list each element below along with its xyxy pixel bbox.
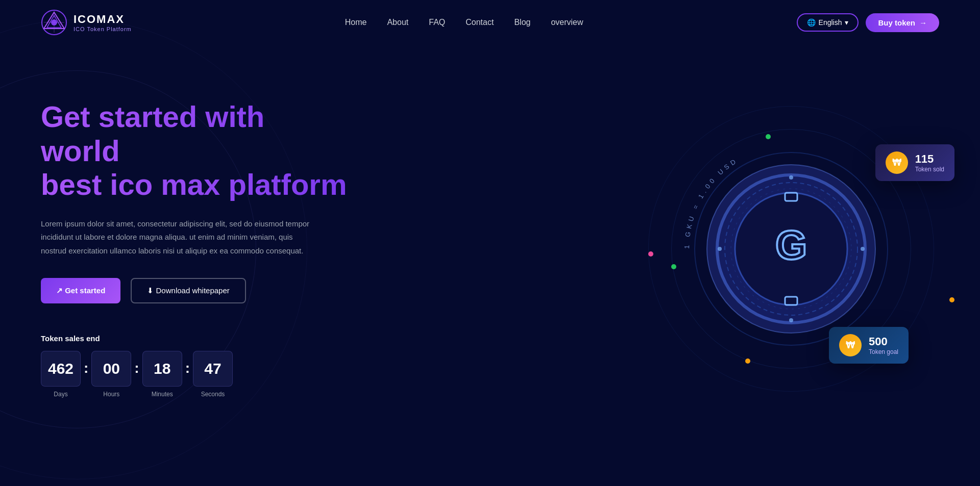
- hero-right: G 1 GKU = 1.00 USD ₩: [643, 83, 939, 415]
- token-goal-info: 500 Token goal: [869, 335, 898, 355]
- dot-yellow-right: [949, 297, 954, 302]
- buy-token-button[interactable]: Buy token →: [866, 13, 939, 32]
- hero-buttons: ↗ Get started ⬇ Download whitepaper: [41, 278, 347, 303]
- token-sold-info: 115 Token sold: [915, 152, 944, 173]
- days-label: Days: [54, 391, 67, 398]
- nav-blog[interactable]: Blog: [514, 18, 530, 27]
- get-started-button[interactable]: ↗ Get started: [41, 278, 120, 303]
- countdown-hours: 00 Hours: [91, 351, 131, 398]
- seconds-value: 47: [193, 351, 233, 387]
- language-button[interactable]: 🌐 English ▾: [797, 13, 859, 32]
- token-sold-icon: ₩: [886, 151, 908, 174]
- nav-home[interactable]: Home: [345, 18, 367, 27]
- dot-green-left: [671, 264, 676, 269]
- nav-overview[interactable]: overview: [551, 18, 583, 27]
- countdown-minutes: 18 Minutes: [142, 351, 182, 398]
- token-goal-card: ₩ 500 Token goal: [829, 327, 909, 364]
- countdown-section: Token sales end 462 Days : 00 Hours : 18…: [41, 334, 347, 398]
- dot-yellow-bottom: [745, 359, 750, 364]
- token-goal-label: Token goal: [869, 348, 898, 355]
- token-sold-label: Token sold: [915, 166, 944, 173]
- dot-green-top: [766, 134, 771, 139]
- countdown-days: 462 Days: [41, 351, 81, 398]
- logo-text: ICOMAX ICO Token Platform: [74, 13, 132, 32]
- nav-links: Home About FAQ Contact Blog overview: [345, 18, 583, 27]
- svg-text:1 GKU = 1.00 USD: 1 GKU = 1.00 USD: [683, 156, 740, 249]
- days-value: 462: [41, 351, 81, 387]
- countdown-label: Token sales end: [41, 334, 347, 343]
- chevron-down-icon: ▾: [845, 18, 848, 27]
- nav-right: 🌐 English ▾ Buy token →: [797, 13, 939, 32]
- brand-name: ICOMAX: [74, 13, 132, 26]
- dot-pink-left: [648, 251, 653, 257]
- buy-token-label: Buy token: [878, 18, 915, 27]
- minutes-value: 18: [142, 351, 182, 387]
- nav-about[interactable]: About: [387, 18, 408, 27]
- colon-2: :: [131, 360, 142, 376]
- colon-3: :: [182, 360, 193, 376]
- seconds-label: Seconds: [201, 391, 225, 398]
- logo[interactable]: ICOMAX ICO Token Platform: [41, 9, 132, 36]
- download-whitepaper-button[interactable]: ⬇ Download whitepaper: [131, 278, 246, 303]
- nav-faq[interactable]: FAQ: [429, 18, 445, 27]
- arrow-right-icon: →: [919, 18, 927, 27]
- token-goal-number: 500: [869, 335, 898, 348]
- nav-contact[interactable]: Contact: [465, 18, 494, 27]
- hero-section: Get started with world best ico max plat…: [0, 45, 980, 463]
- countdown-seconds: 47 Seconds: [193, 351, 233, 398]
- hours-value: 00: [91, 351, 131, 387]
- colon-1: :: [81, 360, 91, 376]
- token-goal-icon: ₩: [839, 334, 862, 356]
- hero-left: Get started with world best ico max plat…: [41, 100, 347, 398]
- hours-label: Hours: [103, 391, 119, 398]
- minutes-label: Minutes: [152, 391, 173, 398]
- hero-description: Lorem ipsum dolor sit amet, consectetur …: [41, 217, 316, 258]
- hero-title: Get started with world best ico max plat…: [41, 100, 347, 202]
- token-sold-number: 115: [915, 152, 944, 166]
- logo-icon: [41, 9, 67, 36]
- globe-icon: 🌐: [807, 18, 816, 27]
- token-sold-card: ₩ 115 Token sold: [875, 144, 954, 181]
- brand-sub: ICO Token Platform: [74, 26, 132, 32]
- navbar: ICOMAX ICO Token Platform Home About FAQ…: [0, 0, 980, 45]
- language-label: English: [819, 18, 842, 27]
- countdown-boxes: 462 Days : 00 Hours : 18 Minutes : 47 Se…: [41, 351, 347, 398]
